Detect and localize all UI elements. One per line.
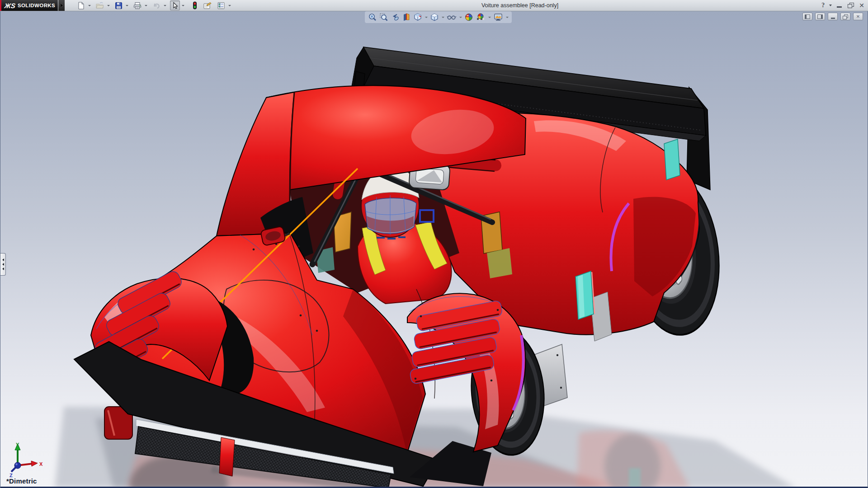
open-document-dropdown[interactable]: [106, 1, 111, 10]
document-window-controls: ✕: [802, 13, 863, 20]
edit-appearance-button[interactable]: [464, 12, 474, 23]
view-orientation-button[interactable]: [413, 12, 423, 23]
triad-x-label: X: [39, 461, 43, 467]
zoom-to-fit-button[interactable]: [368, 12, 377, 23]
flyout-arrow-icon: [61, 4, 63, 7]
print-icon: [133, 2, 142, 9]
notepad-pencil-icon: [203, 2, 212, 9]
expand-left-arrow-icon: [2, 258, 4, 261]
view-orientation-dropdown[interactable]: [424, 12, 428, 22]
rebuild-traffic-light-button[interactable]: [191, 0, 199, 10]
feature-manager-collapsed-tab[interactable]: [0, 253, 6, 276]
main-toolbar: [76, 0, 234, 11]
document-title: Voiture assemblee [Read-only]: [481, 0, 558, 11]
apply-scene-icon: [476, 13, 486, 22]
save-button[interactable]: [113, 0, 124, 10]
triad-y-label: Y: [16, 442, 19, 447]
select-dropdown[interactable]: [181, 1, 185, 10]
restore-button[interactable]: [848, 3, 854, 8]
section-view-button[interactable]: [401, 12, 411, 23]
print-button[interactable]: [132, 0, 143, 10]
undo-dropdown[interactable]: [163, 1, 167, 10]
new-document-icon: [77, 2, 85, 9]
open-folder-icon: [96, 2, 104, 9]
solidworks-window: { "window": { "brand": "SOLIDWORKS", "ti…: [0, 0, 868, 488]
menu-flyout-expand[interactable]: [58, 0, 65, 11]
hide-show-items-button[interactable]: [446, 12, 457, 23]
brand-name: SOLIDWORKS: [18, 3, 55, 8]
pane-right-icon: [817, 14, 823, 19]
apply-scene-button[interactable]: [475, 12, 486, 23]
display-style-icon: [430, 13, 439, 22]
display-style-button[interactable]: [429, 12, 439, 23]
undo-arrow-icon: [152, 2, 160, 9]
previous-view-icon: [391, 13, 400, 22]
logo-red-stripe: [0, 0, 1, 11]
help-button[interactable]: ?: [821, 2, 825, 9]
section-view-icon: [402, 13, 411, 22]
undo-button[interactable]: [151, 0, 162, 10]
doc-close-button[interactable]: ✕: [853, 13, 863, 20]
appearance-sphere-icon: [464, 13, 473, 22]
expand-left-arrow-icon: [2, 263, 4, 266]
new-document-button[interactable]: [76, 0, 86, 10]
hide-show-items-dropdown[interactable]: [458, 12, 462, 22]
display-style-dropdown[interactable]: [441, 12, 445, 22]
reference-triad: Y X Z: [7, 441, 47, 479]
zoom-to-area-icon: [379, 13, 388, 22]
graphics-viewport[interactable]: ✕ Y X Z *Dimetric: [0, 11, 868, 488]
view-settings-button[interactable]: [493, 12, 504, 23]
solidworks-logo: ЖS SOLIDWORKS: [0, 0, 58, 11]
close-button[interactable]: ✕: [859, 3, 864, 8]
app-window-controls: ? ✕: [821, 0, 864, 11]
design-checker-button[interactable]: [216, 0, 226, 10]
eyeglasses-icon: [447, 13, 457, 22]
save-floppy-icon: [115, 2, 123, 9]
select-cursor-icon: [171, 2, 179, 9]
zoom-to-area-button[interactable]: [379, 12, 389, 23]
grille-pillar: [219, 437, 235, 476]
headsup-view-toolbar: [365, 11, 512, 23]
expand-left-arrow-icon: [2, 267, 4, 270]
save-dropdown[interactable]: [125, 1, 129, 10]
apply-scene-dropdown[interactable]: [487, 12, 491, 22]
edit-annotations-button[interactable]: [202, 0, 213, 10]
view-orientation-icon: [413, 13, 422, 22]
view-orientation-label: *Dimetric: [6, 477, 37, 485]
new-document-dropdown[interactable]: [87, 1, 92, 10]
rear-teal-window: [664, 139, 680, 180]
design-checker-dropdown[interactable]: [227, 1, 232, 10]
select-button[interactable]: [170, 0, 180, 10]
open-document-button[interactable]: [94, 0, 105, 10]
previous-view-button[interactable]: [390, 12, 400, 23]
print-dropdown[interactable]: [144, 1, 148, 10]
pane-left-button[interactable]: [802, 13, 812, 20]
zoom-to-fit-icon: [368, 13, 377, 22]
doc-restore-button[interactable]: [840, 13, 850, 20]
pane-right-button[interactable]: [815, 13, 825, 20]
traffic-light-icon: [192, 1, 198, 9]
race-car-model[interactable]: [0, 11, 868, 488]
view-settings-icon: [493, 13, 503, 22]
help-dropdown[interactable]: [829, 5, 832, 6]
doc-minimize-button[interactable]: [828, 13, 838, 20]
title-bar: ЖS SOLIDWORKS: [0, 0, 868, 11]
pane-left-icon: [805, 14, 810, 19]
view-settings-dropdown[interactable]: [505, 12, 509, 22]
solidworks-3s-icon: ЖS: [4, 2, 16, 9]
checklist-icon: [217, 2, 225, 9]
minimize-button[interactable]: [836, 3, 843, 8]
